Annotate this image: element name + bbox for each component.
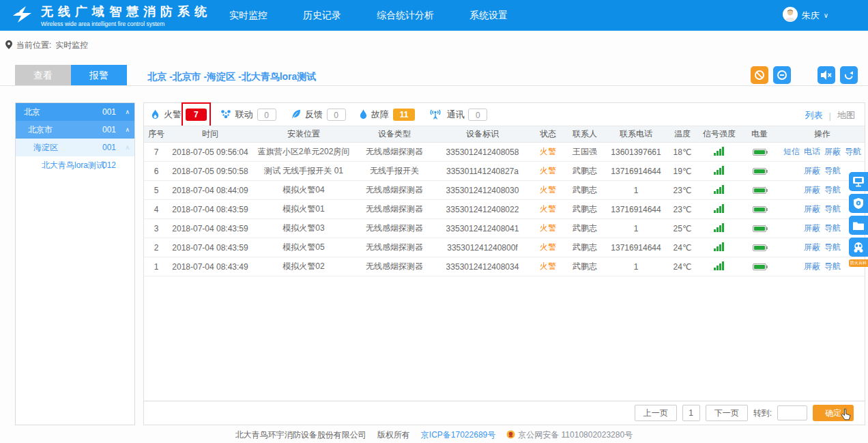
- user-name: 朱庆: [802, 10, 820, 22]
- nav-item[interactable]: 系统设置: [469, 10, 508, 22]
- cell-no: 7: [144, 147, 169, 157]
- op-link-屏蔽[interactable]: 屏蔽: [804, 166, 820, 175]
- view-switch: 列表 | 地图: [805, 109, 855, 122]
- op-link-屏蔽[interactable]: 屏蔽: [804, 204, 820, 214]
- refresh-button[interactable]: [840, 66, 858, 84]
- page-number-button[interactable]: 1: [682, 405, 700, 421]
- tree-node-count: 012: [102, 160, 116, 170]
- tree-node[interactable]: 海淀区001∧: [16, 139, 134, 156]
- main-nav: 实时监控历史记录综合统计分析系统设置: [229, 10, 508, 22]
- tree-node[interactable]: 北京001∧: [16, 103, 134, 121]
- folder-button[interactable]: [849, 216, 868, 235]
- cell-time: 2018-07-04 08:43:59: [169, 243, 252, 253]
- cell-phone: 1: [605, 224, 667, 233]
- selected-node-path: 北京 -北京市 -海淀区 -北大青鸟lora测试: [147, 71, 316, 83]
- cell-type: 无线感烟探测器: [356, 146, 433, 158]
- op-link-屏蔽[interactable]: 屏蔽: [804, 223, 820, 233]
- cell-temp: 24℃: [667, 262, 698, 272]
- monitor-button[interactable]: [849, 172, 868, 191]
- user-menu[interactable]: 朱庆 ∨: [783, 0, 828, 31]
- tab-inactive[interactable]: 查看: [15, 65, 71, 85]
- cell-signal: [698, 166, 740, 177]
- alarm-toolbar: [751, 66, 858, 84]
- confirm-button[interactable]: 确定: [813, 405, 854, 421]
- list-view-button[interactable]: 列表: [805, 109, 823, 122]
- footer-company: 北大青鸟环宇消防设备股份有限公司: [235, 429, 366, 441]
- fire-encyclopedia-tag[interactable]: 防火百科: [849, 259, 868, 267]
- battery-icon: [753, 225, 766, 232]
- filter-通讯[interactable]: 通讯0: [429, 109, 487, 121]
- cell-status: 火警: [532, 261, 564, 272]
- cell-id: 3353012412408030: [433, 186, 532, 195]
- header-signal: 信号强度: [698, 128, 740, 140]
- op-link-导航[interactable]: 导航: [824, 185, 841, 195]
- op-link-导航[interactable]: 导航: [824, 242, 841, 252]
- prev-page-button[interactable]: 上一页: [635, 405, 677, 421]
- next-page-button[interactable]: 下一页: [706, 405, 748, 421]
- cell-id: 3353012412408034: [433, 262, 532, 272]
- chevron-up-icon: ∧: [125, 109, 130, 115]
- tree-node[interactable]: 北京市001∧: [16, 121, 134, 139]
- signal-bars-icon: [714, 167, 725, 177]
- linkage-icon: [220, 109, 231, 120]
- table-row: 12018-07-04 08:43:49模拟火警02无线感烟探测器3353012…: [144, 257, 865, 276]
- shield-settings-button[interactable]: [849, 194, 868, 213]
- op-link-屏蔽[interactable]: 屏蔽: [804, 185, 820, 195]
- nav-item[interactable]: 历史记录: [303, 10, 341, 22]
- filter-label: 故障: [371, 109, 389, 121]
- forbid-button[interactable]: [751, 66, 768, 84]
- gas-mask-button[interactable]: [849, 238, 868, 257]
- battery-icon: [753, 206, 766, 213]
- filter-反馈[interactable]: 反馈0: [290, 109, 346, 121]
- cell-no: 6: [144, 167, 169, 176]
- filter-count-badge: 0: [468, 109, 487, 121]
- drop-icon: [360, 109, 367, 119]
- cell-contact: 武鹏志: [564, 223, 605, 234]
- police-record: 京公网安备 11010802023280号: [506, 429, 633, 441]
- flame-icon: [151, 109, 160, 120]
- op-link-短信[interactable]: 短信: [783, 147, 800, 156]
- filter-联动[interactable]: 联动0: [220, 109, 276, 121]
- cell-battery: [740, 243, 779, 253]
- tab-active[interactable]: 报警: [71, 65, 127, 85]
- cell-temp: 23℃: [667, 205, 698, 214]
- tab-bar: 查看报警: [15, 65, 127, 85]
- signal-bars-icon: [714, 148, 725, 158]
- op-link-屏蔽[interactable]: 屏蔽: [804, 261, 820, 271]
- cell-no: 2: [144, 243, 169, 253]
- cell-battery: [740, 147, 779, 157]
- tree-node[interactable]: 北大青鸟lora测试012: [16, 156, 134, 174]
- op-link-导航[interactable]: 导航: [845, 147, 861, 156]
- op-link-电话[interactable]: 电话: [804, 147, 820, 156]
- op-link-导航[interactable]: 导航: [824, 166, 841, 175]
- filter-count-badge: 7: [186, 109, 207, 121]
- cell-temp: 25℃: [667, 224, 698, 233]
- nav-item[interactable]: 实时监控: [229, 10, 267, 22]
- mute-button[interactable]: [818, 66, 835, 84]
- icp-link[interactable]: 京ICP备17022689号: [421, 429, 495, 441]
- cell-location: 模拟火警02: [252, 261, 356, 272]
- op-link-屏蔽[interactable]: 屏蔽: [804, 242, 820, 252]
- cell-phone: 1: [605, 186, 667, 195]
- cell-location: 测试 无线手报开关 01: [252, 165, 356, 177]
- cell-temp: 24℃: [667, 243, 698, 253]
- cell-temp: 18℃: [667, 147, 698, 157]
- cell-signal: [698, 261, 740, 272]
- op-link-导航[interactable]: 导航: [824, 261, 841, 271]
- filter-故障[interactable]: 故障11: [360, 109, 416, 121]
- op-link-屏蔽[interactable]: 屏蔽: [824, 147, 841, 156]
- cell-phone: 13716914644: [605, 243, 667, 253]
- nav-item[interactable]: 综合统计分析: [377, 10, 434, 22]
- cell-phone: 13716914644: [605, 205, 667, 214]
- map-view-button[interactable]: 地图: [837, 109, 855, 122]
- tree-node-count: 001: [102, 143, 116, 152]
- minus-circle-button[interactable]: [773, 66, 791, 84]
- goto-page-input[interactable]: [777, 405, 807, 420]
- signal-bars-icon: [714, 263, 725, 272]
- signal-bars-icon: [714, 225, 725, 234]
- op-link-导航[interactable]: 导航: [824, 223, 841, 233]
- op-link-导航[interactable]: 导航: [824, 204, 841, 214]
- battery-icon: [753, 149, 766, 156]
- filter-label: 联动: [235, 109, 253, 121]
- filter-火警[interactable]: 火警7: [151, 109, 207, 121]
